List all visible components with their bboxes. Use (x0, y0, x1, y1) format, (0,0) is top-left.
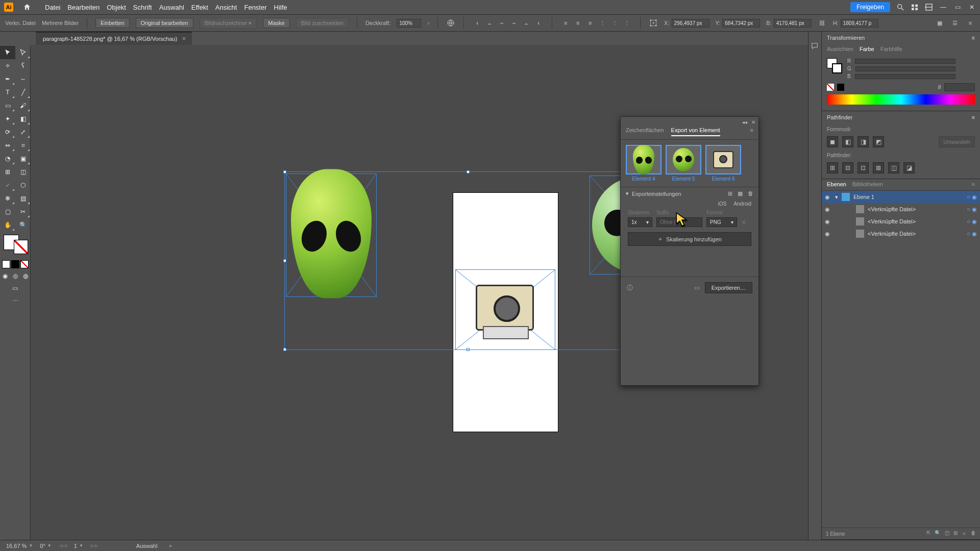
draw-mode-normal[interactable]: ◉ (1, 271, 10, 281)
layer-root-name[interactable]: Ebene 1 (853, 194, 874, 200)
layers-tab[interactable]: Ebenen (827, 181, 846, 187)
color-mode-solid[interactable] (2, 260, 10, 268)
document-tab[interactable]: paragraph-1485228.png* @ 16,67 % (RGB/Vo… (36, 32, 192, 45)
transform-ref-icon[interactable] (649, 18, 658, 28)
thumb-element-5[interactable]: Element 5 (666, 145, 701, 182)
subtab-colorguide[interactable]: Farbhilfe (880, 46, 902, 52)
screen-mode[interactable]: ▭ (11, 284, 20, 293)
eyedropper-tool[interactable]: ⟋ (0, 179, 15, 192)
embed-button[interactable]: Einbetten (95, 18, 129, 28)
pathfinder-header[interactable]: Pathfinder (827, 114, 852, 120)
comments-icon[interactable] (811, 42, 820, 51)
spectrum[interactable] (827, 94, 975, 105)
scale-dropdown[interactable]: 1x▾ (628, 217, 652, 227)
hand-tool[interactable]: ✋ (0, 218, 15, 232)
layer-root-row[interactable]: ◉ ▾ Ebene 1 ○ ◉ (822, 191, 980, 203)
pen-tool[interactable]: ✒ (0, 72, 15, 86)
artboard-nav[interactable]: 1▼ (74, 543, 83, 549)
panel-close-icon[interactable]: ✕ (751, 119, 755, 125)
color-mode-none[interactable] (20, 260, 29, 268)
visibility-icon[interactable]: ◉ (825, 218, 832, 225)
export-panel[interactable]: ◂◂ ✕ Zeichenflächen Export von Element ≡… (620, 116, 759, 386)
menu-schrift[interactable]: Schrift (133, 4, 152, 11)
align-left-icon[interactable]: ⫞ (472, 18, 482, 28)
subtab-align[interactable]: Ausrichten (827, 46, 853, 52)
new-layer-icon[interactable]: ＋ (962, 530, 967, 537)
magic-wand-tool[interactable]: ✧ (0, 59, 15, 72)
hex-field[interactable] (944, 83, 975, 91)
minus-back-icon[interactable]: ◪ (903, 162, 915, 173)
gradient-tool[interactable]: ◫ (15, 165, 31, 179)
window-close-icon[interactable]: ✕ (968, 3, 976, 11)
dist-h1-icon[interactable]: ≡ (560, 18, 571, 28)
align-hcenter-icon[interactable]: ⫠ (484, 18, 495, 28)
zoom-tool[interactable]: 🔍 (15, 218, 31, 232)
arrange-icon[interactable] (925, 3, 933, 11)
delete-layer-icon[interactable]: 🗑 (971, 530, 976, 537)
color-swatch-pair[interactable] (827, 58, 842, 73)
transform-header[interactable]: Transformieren (827, 35, 865, 41)
menu-effekt[interactable]: Effekt (191, 4, 208, 11)
divide-icon[interactable]: ⊞ (827, 162, 838, 173)
rotate-select[interactable]: 0°▼ (40, 543, 51, 549)
brush-tool[interactable]: 🖌 (15, 99, 31, 112)
shaper-tool[interactable]: ✦ (0, 112, 15, 126)
pathfinder-flyout-icon[interactable]: ≡ (972, 114, 975, 120)
menu-datei[interactable]: Datei (45, 4, 60, 11)
draw-mode-behind[interactable]: ◎ (11, 271, 20, 281)
layer-item-3[interactable]: ◉ <Verknüpfte Datei> ○ ◉ (822, 228, 980, 240)
zoom-select[interactable]: 16,67 %▼ (6, 543, 33, 549)
opacity-value[interactable]: 100% (397, 19, 421, 28)
outline-icon[interactable]: ◫ (888, 162, 899, 173)
mesh-tool[interactable]: ⊞ (0, 165, 15, 179)
curvature-tool[interactable]: ～ (15, 72, 31, 86)
draw-mode-inside[interactable]: ◍ (21, 271, 30, 281)
rotate-tool[interactable]: ⟳ (0, 126, 15, 139)
platform-ios[interactable]: iOS (718, 201, 727, 207)
artboard-tool[interactable]: ▢ (0, 205, 15, 218)
graphic-style-icon[interactable] (446, 18, 455, 28)
info-icon[interactable]: ⓘ (627, 284, 633, 292)
export-location-icon[interactable]: ▭ (694, 284, 700, 291)
b-bar[interactable] (855, 74, 955, 79)
x-field[interactable]: 296,4937 px (672, 19, 709, 28)
menu-objekt[interactable]: Objekt (107, 4, 126, 11)
y-field[interactable]: 684,7342 px (722, 19, 760, 28)
share-button[interactable]: Freigeben (850, 2, 890, 12)
r-bar[interactable] (855, 59, 955, 64)
expand-button[interactable]: Umwandeln (939, 136, 975, 147)
thumb-element-6[interactable]: Element 6 (705, 145, 741, 182)
group-asset-icon[interactable]: ▦ (738, 190, 743, 197)
panel-menu-icon[interactable]: ≡ (966, 18, 975, 28)
export-button[interactable]: Exportieren… (705, 282, 752, 293)
disclosure-icon[interactable]: ▾ (835, 194, 838, 201)
link-wh-icon[interactable]: ⛓ (818, 18, 827, 28)
dist-h2-icon[interactable]: ≡ (573, 18, 583, 28)
settings-icon[interactable]: ☰ (950, 18, 960, 28)
window-maximize-icon[interactable]: ▭ (953, 3, 962, 11)
unite-icon[interactable]: ◼ (827, 136, 838, 147)
tab-asset-export[interactable]: Export von Element (671, 127, 720, 136)
crop-icon[interactable]: ⊠ (873, 162, 884, 173)
slice-tool[interactable]: ✂ (15, 205, 31, 218)
lasso-tool[interactable]: ʕ (15, 59, 31, 72)
visibility-icon[interactable]: ◉ (825, 206, 832, 213)
remove-scale-icon[interactable]: ✕ (741, 219, 746, 226)
h-field[interactable]: 1809,4177 p (841, 19, 878, 28)
merge-icon[interactable]: ⊡ (857, 162, 869, 173)
thumb-element-4[interactable]: Element 4 (626, 145, 662, 182)
image-trace-button[interactable]: Bildnachzeichner ▾ (200, 18, 257, 29)
layer-item-2[interactable]: ◉ <Verknüpfte Datei> ○ ◉ (822, 215, 980, 228)
mask-button[interactable]: Maske (263, 18, 289, 28)
no-color-icon[interactable] (827, 84, 834, 91)
stroke-none[interactable] (14, 240, 28, 254)
subtab-color[interactable]: Farbe (860, 46, 874, 52)
menu-hilfe[interactable]: Hilfe (274, 4, 287, 11)
libraries-tab[interactable]: Bibliotheken (852, 181, 883, 187)
color-mode-gradient[interactable] (11, 260, 19, 268)
align-right-icon[interactable]: ⫟ (497, 18, 507, 28)
window-minimize-icon[interactable]: — (939, 3, 947, 11)
platform-android[interactable]: Android (734, 201, 751, 207)
minus-front-icon[interactable]: ◧ (842, 136, 853, 147)
suffix-field[interactable]: Ohne (Aut) (656, 217, 702, 227)
